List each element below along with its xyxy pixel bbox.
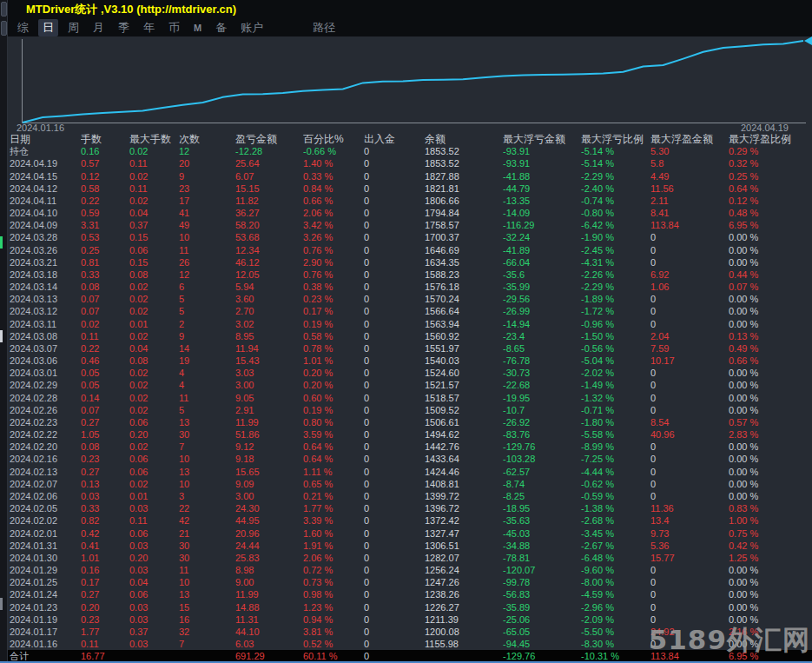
table-row[interactable]: 2024.02.050.330.032224.301.77 %01396.72-… — [8, 502, 812, 514]
table-row[interactable]: 2024.04.190.570.112025.641.40 %01853.52-… — [8, 157, 812, 169]
table-row[interactable]: 2024.03.010.050.0243.030.20 %01524.60-30… — [8, 367, 812, 379]
table-row[interactable]: 2024.03.180.330.081212.050.76 %01588.23-… — [8, 269, 812, 281]
table-row[interactable]: 2024.02.070.130.02109.090.65 %01408.81-8… — [8, 478, 812, 490]
table-row[interactable]: 2024.03.070.220.041411.940.78 %01551.97-… — [8, 342, 812, 355]
table-cell: -8.99 % — [581, 441, 650, 453]
table-cell: 23 — [179, 182, 235, 195]
scroll-marker-white — [0, 330, 3, 342]
table-cell: 2024.03.12 — [10, 305, 81, 317]
table-cell: -13.35 — [503, 195, 581, 207]
table-cell: -1.89 % — [581, 293, 650, 305]
table-cell: -19.95 — [503, 392, 581, 404]
table-cell: 0.01 — [129, 490, 179, 502]
table-row[interactable]: 2024.03.110.020.0123.020.19 %01563.94-14… — [8, 318, 812, 330]
table-cell: 14 — [179, 342, 235, 355]
menu-item-9[interactable]: 账户 — [236, 19, 267, 36]
table-cell: 2 — [179, 318, 235, 330]
table-row[interactable]: 2024.01.310.410.033024.441.91 %01306.51-… — [8, 540, 812, 552]
menu-item-8[interactable]: 备 — [211, 19, 231, 36]
table-cell: -6.42 % — [581, 219, 650, 231]
table-row[interactable]: 2024.03.130.070.0253.600.23 %01570.24-29… — [8, 293, 812, 305]
table-cell: -41.89 — [503, 244, 581, 256]
table-cell: 2024.02.28 — [10, 392, 81, 404]
table-cell: 14.88 — [235, 601, 303, 613]
table-cell: -32.24 — [503, 231, 581, 243]
table-cell: 1588.23 — [425, 269, 503, 281]
table-cell: 0 — [364, 170, 425, 182]
table-cell: 2024.03.01 — [10, 367, 81, 379]
table-row[interactable]: 2024.04.093.310.374958.203.42 %01758.57-… — [8, 219, 812, 231]
table-cell: 0 — [364, 392, 425, 404]
table-cell: -8.25 — [503, 490, 581, 502]
table-cell: 0.52 % — [303, 638, 364, 650]
table-cell: -6.48 % — [581, 552, 650, 564]
table-cell: 1327.47 — [425, 527, 503, 540]
menu-item-6[interactable]: 币 — [164, 19, 184, 36]
table-row[interactable]: 2024.01.301.010.203025.832.06 %01282.07-… — [8, 552, 812, 564]
table-row[interactable]: 2024.02.130.270.061315.651.11 %01424.46-… — [8, 466, 812, 478]
table-row[interactable]: 2024.01.240.270.061311.990.98 %01238.26-… — [8, 588, 812, 600]
menu-item-7[interactable]: M — [189, 22, 206, 34]
table-row[interactable]: 2024.04.150.120.0296.070.33 %01827.88-41… — [8, 170, 812, 182]
table-cell: 0 — [650, 379, 729, 391]
table-row[interactable]: 2024.01.230.200.031514.881.23 %01226.27-… — [8, 601, 812, 613]
table-row[interactable]: 2024.03.140.080.0265.940.38 %01576.18-35… — [8, 281, 812, 293]
table-cell: 0 — [650, 392, 729, 404]
table-row[interactable]: 2024.03.060.460.081915.431.01 %01540.03-… — [8, 355, 812, 367]
column-header: 出入金 — [364, 133, 425, 145]
menu-item-5[interactable]: 年 — [139, 19, 159, 36]
table-row[interactable]: 2024.02.230.270.061311.990.80 %01506.61-… — [8, 416, 812, 428]
menu-item-4[interactable]: 季 — [114, 19, 134, 36]
menu-item-0[interactable]: 综 — [13, 19, 33, 36]
table-cell: -0.96 % — [581, 318, 650, 330]
table-row[interactable]: 2024.04.100.590.044136.272.06 %01794.84-… — [8, 207, 812, 219]
table-row[interactable]: 2024.02.020.820.114244.953.39 %01372.42-… — [8, 514, 812, 527]
table-cell: -35.63 — [503, 514, 581, 527]
table-row[interactable]: 2024.02.010.420.062120.961.60 %01327.47-… — [8, 527, 812, 540]
table-cell: 2024.02.05 — [10, 502, 81, 514]
table-cell: -26.92 — [503, 416, 581, 428]
table-cell: 1200.08 — [425, 626, 503, 638]
dock-tab-icon[interactable] — [1, 2, 7, 17]
table-cell: 1576.18 — [425, 281, 503, 293]
table-row[interactable]: 2024.04.110.220.021711.820.66 %01806.66-… — [8, 195, 812, 207]
table-cell: 30 — [179, 552, 235, 564]
table-row[interactable]: 2024.03.120.070.0252.700.17 %01566.64-26… — [8, 305, 812, 317]
table-row[interactable]: 2024.01.290.160.03118.980.72 %01256.24-1… — [8, 564, 812, 576]
table-row[interactable]: 2024.01.250.170.04109.000.73 %01247.26-9… — [8, 576, 812, 588]
table-row[interactable]: 2024.02.221.050.203051.863.59 %01494.62-… — [8, 428, 812, 441]
table-cell: -93.91 — [503, 157, 581, 169]
table-row[interactable]: 2024.02.260.070.0252.910.19 %01509.52-10… — [8, 404, 812, 416]
table-cell: -2.09 % — [581, 613, 650, 626]
table-cell: 12.34 — [235, 244, 303, 256]
table-cell: 0 — [364, 564, 425, 576]
table-row[interactable]: 2024.02.280.140.02119.050.60 %01518.57-1… — [8, 392, 812, 404]
table-cell: 0 — [364, 638, 425, 650]
table-row[interactable]: 2024.03.260.250.061112.340.76 %01646.69-… — [8, 244, 812, 256]
table-cell: 0.25 % — [729, 170, 812, 182]
dock-tab-icon[interactable] — [1, 21, 7, 36]
table-row[interactable]: 2024.02.060.030.0133.000.21 %01399.72-8.… — [8, 490, 812, 502]
position-row[interactable]: 持仓0.160.0212-12.28-0.66 %01853.52-93.91-… — [8, 145, 812, 157]
table-row[interactable]: 2024.03.280.530.151053.683.26 %01700.37-… — [8, 231, 812, 243]
table-row[interactable]: 2024.02.160.230.06109.180.64 %01433.64-1… — [8, 453, 812, 465]
table-cell: 32 — [179, 626, 235, 638]
column-header: 盈亏金额 — [235, 133, 303, 145]
table-cell: 10 — [179, 576, 235, 588]
table-cell: 1560.92 — [425, 330, 503, 342]
table-cell: 0 — [364, 466, 425, 478]
menu-item-path[interactable]: 路径 — [308, 19, 340, 36]
table-row[interactable]: 2024.03.080.110.0298.950.58 %01560.92-23… — [8, 330, 812, 342]
menu-item-1[interactable]: 日 — [38, 19, 58, 36]
table-row[interactable]: 2024.02.290.050.0243.000.20 %01521.57-22… — [8, 379, 812, 391]
table-row[interactable]: 2024.03.210.810.152646.122.90 %01634.35-… — [8, 256, 812, 269]
table-row[interactable]: 2024.04.120.580.112315.150.84 %01821.81-… — [8, 182, 812, 195]
table-cell: 2024.01.31 — [10, 540, 81, 552]
table-cell: 0 — [364, 576, 425, 588]
table-row[interactable]: 2024.02.200.080.0279.120.64 %01442.76-12… — [8, 441, 812, 453]
menu-item-2[interactable]: 周 — [63, 19, 83, 36]
table-cell: 0.00 % — [729, 466, 812, 478]
menu-item-3[interactable]: 月 — [89, 19, 109, 36]
table-cell: -1.72 % — [581, 305, 650, 317]
table-cell: 30 — [179, 428, 235, 441]
